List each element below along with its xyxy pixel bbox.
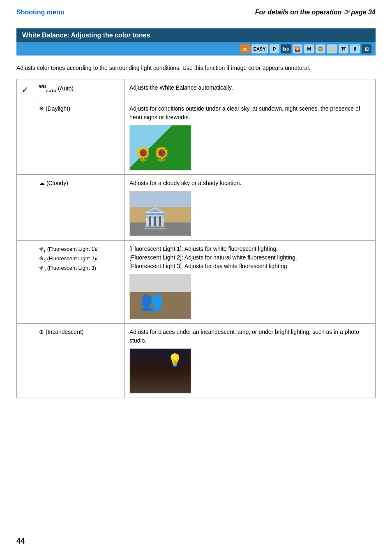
selected-checkmark: ✓ (22, 85, 29, 94)
icon-scene3: 🌙 (327, 44, 337, 53)
icon-iso: iso (281, 44, 291, 53)
wb-cloudy-description: Adjusts for a cloudy sky or a shady loca… (129, 180, 241, 186)
sunflower-image (130, 125, 191, 170)
section-title: White Balance: Adjusting the color tones (16, 28, 376, 42)
icon-easy: EASY (251, 44, 268, 53)
wb-incandescent-description: Adjusts for places under an incandescent… (129, 329, 359, 344)
white-balance-table: ✓ WBAUTO (Auto) Adjusts the White Balanc… (16, 79, 376, 398)
intro-paragraph: Adjusts color tones according to the sur… (16, 64, 376, 72)
wb-daylight-label: ✳ (Daylight) (39, 105, 70, 112)
icon-p: P (270, 44, 279, 53)
icon-scene1: 🌄 (293, 44, 302, 53)
group-image (130, 274, 191, 319)
wb-auto-description: Adjusts the White Balance automatically. (129, 84, 233, 91)
empty-check-cell (17, 324, 34, 398)
icon-grid: ⊞ (362, 44, 371, 53)
table-row: ☁ (Cloudy) Adjusts for a cloudy sky or a… (17, 175, 376, 241)
incandescent-photo (129, 348, 191, 394)
wb-fluorescent-description: [Fluorescent Light 1]: Adjusts for white… (129, 245, 297, 269)
icon-scene2: 🦁 (316, 44, 325, 53)
fluorescent-photo (129, 274, 191, 319)
wb-auto-label: WBAUTO (Auto) (39, 85, 74, 92)
wb-description-cell: [Fluorescent Light 1]: Adjusts for white… (125, 241, 376, 324)
page-header: Shooting menu For details on the operati… (16, 8, 376, 16)
wb-fluorescent-label: ※1 (Fluorescent Light 1)/ ※2 (Fluorescen… (39, 246, 97, 271)
empty-check-cell (17, 100, 34, 175)
empty-check-cell (17, 241, 34, 324)
page-number: 44 (16, 537, 25, 546)
wb-incandescent-label: ⊕ (Incandescent) (39, 329, 84, 335)
table-row: ✳ (Daylight) Adjusts for conditions outs… (17, 100, 376, 175)
table-row: ⊕ (Incandescent) Adjusts for places unde… (17, 324, 376, 398)
wb-option-cell: WBAUTO (Auto) (34, 79, 125, 100)
wb-daylight-description: Adjusts for conditions outside under a c… (129, 105, 360, 120)
icon-scene4: ⛩ (339, 44, 348, 53)
wb-description-cell: Adjusts the White Balance automatically. (125, 79, 376, 100)
wb-description-cell: Adjusts for a cloudy sky or a shady loca… (125, 175, 376, 241)
table-row: ✓ WBAUTO (Auto) Adjusts the White Balanc… (17, 79, 376, 100)
table-row: ※1 (Fluorescent Light 1)/ ※2 (Fluorescen… (17, 241, 376, 324)
checkmark-cell: ✓ (17, 79, 34, 100)
wb-cloudy-label: ☁ (Cloudy) (39, 180, 68, 186)
wb-option-cell: ⊕ (Incandescent) (34, 324, 125, 398)
mode-icon-bar: 🏠 EASY P iso 🌄 M 🦁 🌙 ⛩ 8 ⊞ (16, 42, 376, 56)
wb-option-cell: ☁ (Cloudy) (34, 175, 125, 241)
icon-scene5: 8 (350, 44, 360, 53)
lamp-image (130, 349, 191, 393)
building-image (130, 191, 191, 236)
cloudy-photo (129, 191, 191, 236)
empty-check-cell (17, 175, 34, 241)
icon-m: M (304, 44, 314, 53)
wb-description-cell: Adjusts for conditions outside under a c… (125, 100, 376, 175)
wb-option-cell: ※1 (Fluorescent Light 1)/ ※2 (Fluorescen… (34, 241, 125, 324)
header-reference: For details on the operation ☞ page 34 (255, 8, 376, 16)
wb-option-cell: ✳ (Daylight) (34, 100, 125, 175)
shooting-menu-title: Shooting menu (16, 9, 64, 16)
wb-description-cell: Adjusts for places under an incandescent… (125, 324, 376, 398)
daylight-photo (129, 125, 191, 170)
icon-home: 🏠 (240, 44, 250, 53)
